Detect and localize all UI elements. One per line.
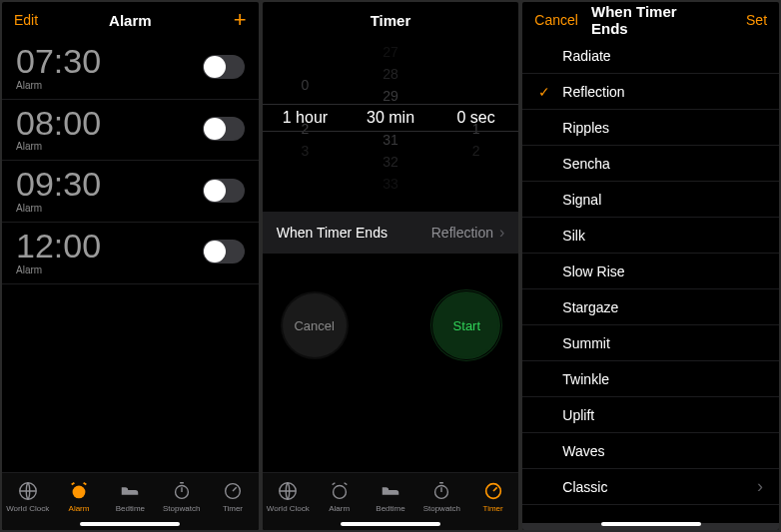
alarm-toggle[interactable]: [203, 240, 245, 264]
tab-alarm[interactable]: Alarm: [53, 473, 104, 520]
alarm-time: 12:00: [16, 229, 101, 265]
alarm-row[interactable]: 08:00 Alarm: [2, 100, 259, 162]
sound-row-sencha[interactable]: Sencha: [522, 146, 779, 182]
tab-label: Alarm: [69, 504, 90, 513]
sound-row-slow-rise[interactable]: Slow Rise: [522, 254, 779, 289]
when-label: When Timer Ends: [277, 225, 388, 241]
bed-icon: [380, 480, 401, 502]
alarm-label: Alarm: [16, 141, 101, 152]
chevron-right-icon: ›: [499, 224, 504, 241]
screen-alarm: Edit Alarm + 07:30 Alarm 08:00 Alarm 09:…: [2, 2, 259, 530]
alarm-label: Alarm: [16, 265, 101, 275]
list-separator: [522, 505, 779, 523]
tab-label: World Clock: [267, 504, 310, 513]
tab-bedtime[interactable]: Bedtime: [105, 473, 156, 520]
set-button[interactable]: Set: [710, 12, 767, 28]
navbar: Edit Alarm +: [2, 2, 259, 38]
tab-timer[interactable]: Timer: [207, 473, 258, 520]
sound-list: Radiate Reflection Ripples Sencha Signal…: [522, 38, 779, 530]
picker-sec-value: 0: [456, 109, 465, 126]
alarm-time: 09:30: [16, 167, 101, 203]
when-value: Reflection: [431, 225, 493, 241]
timer-icon: [222, 480, 244, 502]
start-button[interactable]: Start: [434, 293, 498, 357]
time-picker[interactable]: 0 2 3 27 28 29 31 32 33 1 2 1 hour 30 mi…: [263, 38, 519, 198]
sound-row-reflection[interactable]: Reflection: [522, 74, 779, 110]
alarm-icon: [68, 480, 90, 502]
alarm-row[interactable]: 07:30 Alarm: [2, 38, 259, 100]
alarm-time: 08:00: [16, 106, 101, 142]
home-indicator[interactable]: [601, 522, 701, 526]
svg-point-5: [333, 486, 346, 499]
svg-point-1: [73, 486, 86, 499]
screen-when-timer-ends: Cancel When Timer Ends Set Radiate Refle…: [522, 2, 779, 530]
tab-label: Timer: [483, 504, 503, 513]
alarm-row[interactable]: 12:00 Alarm: [2, 223, 259, 284]
picker-sec-unit: sec: [470, 109, 495, 126]
picker-min-value: 30: [367, 109, 385, 126]
sound-row-silk[interactable]: Silk: [522, 218, 779, 254]
timer-icon: [482, 480, 504, 502]
tab-label: Bedtime: [116, 504, 145, 513]
alarm-list: 07:30 Alarm 08:00 Alarm 09:30 Alarm 12:0…: [2, 38, 259, 472]
sound-row-stargaze[interactable]: Stargaze: [522, 289, 779, 325]
add-alarm-button[interactable]: +: [187, 9, 247, 31]
alarm-time: 07:30: [16, 44, 101, 80]
sound-row-twinkle[interactable]: Twinkle: [522, 361, 779, 397]
stopwatch-icon: [171, 480, 193, 502]
picker-hour-value: 1: [283, 109, 292, 126]
sound-row-waves[interactable]: Waves: [522, 433, 779, 469]
cancel-button[interactable]: Cancel: [534, 12, 591, 28]
tab-timer[interactable]: Timer: [467, 473, 518, 520]
globe-icon: [17, 480, 39, 502]
tab-label: World Clock: [6, 504, 49, 513]
page-title: When Timer Ends: [591, 3, 710, 37]
alarm-label: Alarm: [16, 203, 101, 214]
bed-icon: [119, 480, 141, 502]
sound-row-ripples[interactable]: Ripples: [522, 110, 779, 146]
picker-min-unit: min: [389, 109, 414, 126]
tab-alarm[interactable]: Alarm: [314, 473, 365, 520]
stopwatch-icon: [430, 480, 452, 502]
tab-world-clock[interactable]: World Clock: [2, 473, 53, 520]
alarm-icon: [329, 480, 351, 502]
alarm-row[interactable]: 09:30 Alarm: [2, 161, 259, 223]
page-title: Alarm: [109, 12, 152, 29]
alarm-label: Alarm: [16, 80, 101, 91]
picker-hour-unit: hour: [296, 109, 328, 126]
home-indicator[interactable]: [80, 522, 180, 526]
globe-icon: [277, 480, 299, 502]
page-title: Timer: [371, 12, 411, 29]
tab-label: Stopwatch: [423, 504, 460, 513]
sound-row-radiate[interactable]: Radiate: [522, 38, 779, 74]
sound-row-classic[interactable]: Classic: [522, 469, 779, 505]
alarm-toggle[interactable]: [203, 117, 245, 141]
tab-label: Alarm: [329, 504, 350, 513]
sound-row-uplift[interactable]: Uplift: [522, 397, 779, 433]
alarm-toggle[interactable]: [203, 55, 245, 79]
sound-row-summit[interactable]: Summit: [522, 325, 779, 361]
alarm-toggle[interactable]: [203, 179, 245, 203]
tab-bedtime[interactable]: Bedtime: [365, 473, 415, 520]
screen-timer: Timer 0 2 3 27 28 29 31 32 33 1 2 1 hour…: [263, 2, 519, 530]
tab-stopwatch[interactable]: Stopwatch: [156, 473, 207, 520]
sound-row-signal[interactable]: Signal: [522, 182, 779, 218]
home-indicator[interactable]: [341, 522, 440, 526]
navbar: Timer: [263, 2, 519, 38]
edit-button[interactable]: Edit: [14, 12, 74, 28]
navbar: Cancel When Timer Ends Set: [522, 2, 779, 38]
tab-label: Timer: [223, 504, 243, 513]
tab-label: Stopwatch: [163, 504, 200, 513]
tab-label: Bedtime: [376, 504, 404, 513]
tab-world-clock[interactable]: World Clock: [263, 473, 314, 520]
when-timer-ends-row[interactable]: When Timer Ends Reflection›: [263, 212, 519, 254]
tab-stopwatch[interactable]: Stopwatch: [416, 473, 467, 520]
cancel-button[interactable]: Cancel: [283, 293, 347, 357]
